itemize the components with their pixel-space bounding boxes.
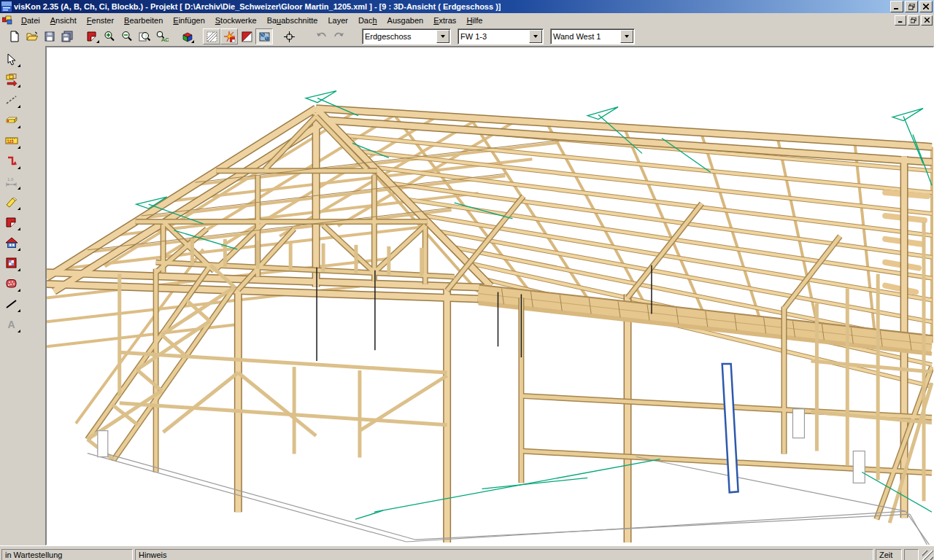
child-restore-icon (911, 18, 916, 23)
menu-stockwerke[interactable]: Stockwerke (210, 15, 262, 26)
zoom-out-icon (121, 31, 134, 43)
svg-text:123: 123 (7, 139, 14, 144)
line-tool-button[interactable] (2, 295, 21, 313)
resize-grip[interactable] (922, 551, 933, 560)
wall-dropdown-arrow[interactable] (620, 30, 633, 43)
text-tool-button[interactable]: A (2, 315, 21, 333)
minimize-button[interactable] (890, 1, 903, 12)
view-3d-button[interactable] (178, 28, 196, 44)
zoom-page-button[interactable] (136, 28, 153, 44)
crosshair-icon (283, 31, 296, 43)
move-copy-icon (5, 73, 18, 86)
save-button[interactable] (41, 28, 58, 44)
redo-button[interactable] (330, 28, 347, 44)
child-close-button[interactable] (921, 15, 933, 26)
menu-ansicht[interactable]: Ansicht (45, 15, 82, 26)
app-icon (1, 1, 12, 12)
wall-combobox[interactable]: Wand West 1 (550, 28, 635, 44)
shaded-icon (258, 31, 271, 43)
menu-hilfe[interactable]: Hilfe (461, 15, 487, 26)
selected-member[interactable] (722, 364, 738, 492)
menu-fenster[interactable]: Fenster (82, 15, 119, 26)
red-corner-icon (86, 31, 98, 42)
beam-tool-button[interactable] (2, 111, 21, 129)
open-button[interactable] (23, 28, 41, 44)
line-icon (5, 298, 18, 311)
project-view-button[interactable] (83, 28, 101, 44)
view-wireframe-button[interactable] (203, 28, 220, 44)
menu-bauabschnitte[interactable]: Bauabschnitte (262, 15, 323, 26)
storey-combobox[interactable]: Erdgeschoss (362, 28, 451, 44)
section-combobox[interactable]: FW 1-3 (458, 28, 544, 44)
child-restore-button[interactable] (908, 15, 919, 26)
text-icon: A (5, 318, 18, 331)
center-view-button[interactable] (280, 28, 298, 44)
mdi-child-icon (2, 15, 13, 26)
beam-3d-icon (5, 114, 18, 127)
restore-button[interactable] (905, 1, 918, 12)
menu-dach[interactable]: Dach (353, 15, 382, 26)
dimension-tool-button[interactable]: 1.0 (2, 172, 21, 190)
house-icon (5, 236, 18, 249)
move-copy-tool-button[interactable] (2, 70, 21, 88)
red-triangle-icon (241, 31, 253, 43)
timber-model-drawing (47, 47, 933, 545)
svg-text:AΩ: AΩ (161, 36, 169, 43)
rotate-tool-button[interactable] (2, 152, 21, 170)
dimension-icon: 1.0 (5, 175, 18, 188)
undo-button[interactable] (312, 28, 330, 44)
wireframe-icon (206, 31, 218, 43)
cursor-icon (5, 52, 18, 66)
rotate-icon (5, 155, 18, 168)
house-tool-button[interactable] (2, 233, 21, 252)
svg-text:A: A (8, 319, 15, 330)
timber-icon (5, 195, 18, 209)
construction-line-tool-button[interactable] (2, 90, 21, 109)
roof-corner-icon (5, 216, 18, 229)
menu-einfuegen[interactable]: Einfügen (168, 15, 209, 26)
select-tool-button[interactable] (2, 50, 21, 68)
status-zeit-label: Zeit (876, 549, 902, 560)
toolbar: AΩ Erdgeschoss FW 1-3 Wand West 1 (0, 27, 934, 46)
close-button[interactable] (919, 1, 933, 12)
status-bar: in Wartestellung Hinweis Zeit (0, 545, 934, 560)
menu-bar: Datei Ansicht Fenster Bearbeiten Einfüge… (0, 13, 934, 27)
measure-tool-button[interactable]: 123 (2, 131, 21, 149)
timber-tool-button[interactable] (2, 192, 21, 211)
ground-outline (88, 409, 932, 545)
save-all-button[interactable] (58, 28, 76, 44)
title-bar: visKon 2.35 (A, B, Ch, Ci, Blockb.) - Pr… (0, 0, 934, 13)
viewport-3d[interactable] (45, 46, 934, 545)
save-all-icon (61, 31, 74, 42)
section-value: FW 1-3 (458, 32, 528, 41)
wall-tool-button[interactable] (2, 254, 21, 272)
menu-datei[interactable]: Datei (16, 15, 45, 26)
zoom-out-button[interactable] (118, 28, 136, 44)
zoom-text-icon: AΩ (155, 31, 169, 43)
window-title: visKon 2.35 (A, B, Ch, Ci, Blockb.) - Pr… (14, 2, 501, 11)
left-tool-palette: 123 1.0 A (0, 46, 45, 545)
view-hidden-line-button[interactable] (220, 28, 238, 44)
new-button[interactable] (6, 28, 23, 44)
wall-icon (5, 257, 18, 270)
child-minimize-button[interactable] (895, 15, 906, 26)
status-mode: in Wartestellung (1, 549, 133, 560)
storey-dropdown-arrow[interactable] (436, 30, 449, 43)
child-minimize-icon (898, 18, 903, 23)
covering-tool-button[interactable] (2, 274, 21, 292)
menu-bearbeiten[interactable]: Bearbeiten (119, 15, 168, 26)
section-dropdown-arrow[interactable] (529, 30, 542, 43)
hidden-line-icon (223, 31, 236, 43)
covering-icon (5, 277, 18, 290)
zoom-in-icon (104, 31, 116, 43)
menu-layer[interactable]: Layer (323, 15, 353, 26)
zoom-text-button[interactable]: AΩ (153, 28, 171, 44)
cube-3d-icon (181, 31, 193, 43)
zoom-in-button[interactable] (101, 28, 118, 44)
view-red-corner-button[interactable] (238, 28, 255, 44)
menu-extras[interactable]: Extras (428, 15, 461, 26)
view-shaded-button[interactable] (255, 28, 273, 44)
roof-tool-button[interactable] (2, 213, 21, 231)
menu-ausgaben[interactable]: Ausgaben (382, 15, 429, 26)
restore-icon (908, 4, 915, 10)
